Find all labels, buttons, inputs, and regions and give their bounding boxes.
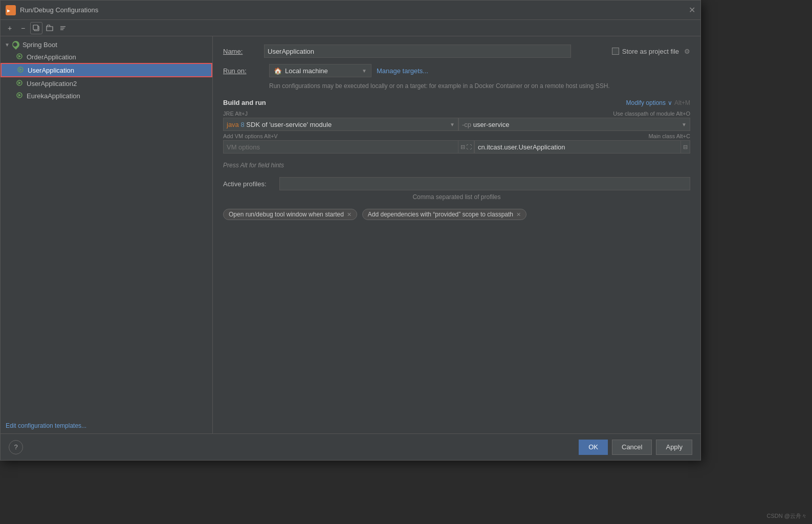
sidebar-item-label: OrderApplication	[27, 53, 76, 61]
hints-row-2: Add VM options Alt+V Main class Alt+C	[223, 133, 690, 139]
remove-config-button[interactable]: −	[17, 22, 29, 34]
field-hint: Press Alt for field hints	[223, 162, 690, 169]
toolbar: + −	[1, 20, 700, 36]
profiles-hint: Comma separated list of profiles	[223, 193, 690, 201]
tags-row: Open run/debug tool window when started …	[223, 209, 690, 220]
tag-label-1: Add dependencies with “provided” scope t…	[368, 211, 513, 218]
modify-options-link[interactable]: Modify options ∨ Alt+M	[626, 99, 690, 106]
watermark: CSDN @云舟々	[767, 512, 807, 520]
use-classpath-hint: Use classpath of module Alt+O	[613, 111, 690, 117]
hints-row-1: JRE Alt+J Use classpath of module Alt+O	[223, 111, 690, 117]
title-bar: ▶ Run/Debug Configurations ✕	[1, 1, 700, 20]
active-profiles-row: Active profiles:	[223, 177, 690, 190]
jre-hint: JRE Alt+J	[223, 111, 248, 117]
run-debug-dialog: ▶ Run/Debug Configurations ✕ + −	[0, 0, 701, 461]
house-icon: 🏠	[274, 67, 282, 75]
sdk-arrow-icon: ▼	[450, 122, 455, 127]
svg-marker-10	[19, 68, 22, 71]
tag-chip-0: Open run/debug tool window when started …	[223, 209, 357, 220]
store-project-area: Store as project file ⚙	[612, 48, 690, 55]
svg-text:▶: ▶	[7, 8, 10, 13]
copy-config-button[interactable]	[30, 22, 42, 34]
sidebar-item-order-application[interactable]: OrderApplication	[1, 51, 212, 63]
edit-templates-link[interactable]: Edit configuration templates...	[1, 418, 212, 433]
vm-options-icons: ⊟ ⛶	[458, 140, 474, 154]
name-input[interactable]	[264, 45, 571, 58]
sidebar-item-label: EurekaApplication	[27, 92, 80, 100]
local-machine-dropdown[interactable]: 🏠 Local machine ▼	[269, 64, 371, 77]
sidebar-item-eureka-application[interactable]: EurekaApplication	[1, 90, 212, 102]
section-header-row: Build and run Modify options ∨ Alt+M	[223, 99, 690, 106]
sdk-cp-row: java 8 SDK of 'user-service' module ▼ -c…	[223, 118, 690, 131]
run-on-row: Run on: 🏠 Local machine ▼ Manage targets…	[223, 64, 690, 77]
sort-config-button[interactable]	[57, 22, 69, 34]
modify-chevron-icon: ∨	[668, 99, 672, 106]
dialog-title: Run/Debug Configurations	[20, 6, 688, 14]
active-profiles-input[interactable]	[279, 177, 690, 190]
app-icon-2	[16, 79, 24, 88]
help-button[interactable]: ?	[9, 440, 23, 454]
gear-icon[interactable]: ⚙	[684, 48, 690, 55]
info-text: Run configurations may be executed local…	[269, 81, 690, 91]
tag-close-1[interactable]: ✕	[516, 211, 521, 218]
cancel-button[interactable]: Cancel	[612, 440, 652, 455]
app-icon-eureka	[16, 92, 24, 100]
build-run-title: Build and run	[223, 99, 266, 106]
app-icon-selected	[17, 66, 25, 74]
svg-rect-3	[33, 25, 38, 30]
main-class-hint: Main class Alt+C	[648, 133, 690, 139]
cp-arrow-icon: ▼	[682, 122, 687, 127]
vm-options-input[interactable]	[223, 140, 458, 154]
spring-boot-group: ▼ Spring Boot OrderApplication	[1, 36, 212, 104]
dialog-footer: ? OK Cancel Apply	[1, 433, 700, 460]
run-on-label: Run on:	[223, 67, 264, 75]
right-panel: Name: Store as project file ⚙ Run on: 🏠 …	[213, 36, 700, 433]
app-icon	[16, 53, 24, 61]
vm-main-row: ⊟ ⛶ ⊟	[223, 140, 690, 154]
main-class-icons: ⊟	[681, 140, 690, 154]
vm-copy-icon[interactable]: ⊟	[460, 144, 465, 150]
sidebar-item-user-application2[interactable]: UserApplication2	[1, 77, 212, 90]
name-row: Name: Store as project file ⚙	[223, 45, 690, 58]
svg-marker-12	[18, 81, 21, 84]
sidebar-item-label: UserApplication	[28, 67, 74, 74]
left-panel: ▼ Spring Boot OrderApplication	[1, 36, 213, 433]
sidebar-item-user-application[interactable]: UserApplication	[1, 63, 212, 77]
dialog-body: ▼ Spring Boot OrderApplication	[1, 36, 700, 433]
build-run-section: Build and run Modify options ∨ Alt+M JRE…	[223, 99, 690, 154]
tag-close-0[interactable]: ✕	[347, 211, 352, 218]
spring-boot-group-header[interactable]: ▼ Spring Boot	[1, 38, 212, 51]
dropdown-arrow-icon: ▼	[362, 68, 367, 74]
vm-expand-icon[interactable]: ⛶	[466, 144, 472, 150]
cp-dropdown[interactable]: -cp user-service ▼	[458, 118, 690, 131]
java-sdk-dropdown[interactable]: java 8 SDK of 'user-service' module ▼	[223, 118, 458, 131]
dialog-icon: ▶	[6, 5, 16, 15]
local-machine-text: Local machine	[285, 67, 359, 75]
spring-icon	[12, 40, 20, 49]
java-sdk-text: java 8 SDK of 'user-service' module	[227, 121, 450, 128]
apply-button[interactable]: Apply	[656, 440, 692, 455]
store-project-label: Store as project file	[622, 48, 679, 55]
main-class-icon[interactable]: ⊟	[683, 144, 688, 150]
add-config-button[interactable]: +	[4, 22, 16, 34]
store-project-checkbox[interactable]	[612, 48, 619, 55]
svg-marker-14	[18, 94, 21, 97]
svg-marker-8	[18, 55, 21, 58]
tag-chip-1: Add dependencies with “provided” scope t…	[362, 209, 526, 220]
modify-options-shortcut: Alt+M	[674, 99, 690, 106]
active-profiles-label: Active profiles:	[223, 180, 279, 188]
manage-targets-link[interactable]: Manage targets...	[377, 67, 428, 75]
ok-button[interactable]: OK	[579, 440, 608, 455]
folder-config-button[interactable]	[43, 22, 56, 34]
spring-boot-label: Spring Boot	[23, 41, 57, 49]
sidebar-item-label: UserApplication2	[27, 80, 77, 88]
group-chevron: ▼	[5, 42, 10, 48]
main-class-input[interactable]	[474, 140, 681, 154]
name-label: Name:	[223, 48, 264, 55]
close-button[interactable]: ✕	[688, 7, 695, 14]
tag-label-0: Open run/debug tool window when started	[229, 211, 344, 218]
add-vm-hint: Add VM options Alt+V	[223, 133, 278, 139]
modify-options-label: Modify options	[626, 99, 666, 106]
cp-text: -cp user-service	[462, 121, 682, 128]
